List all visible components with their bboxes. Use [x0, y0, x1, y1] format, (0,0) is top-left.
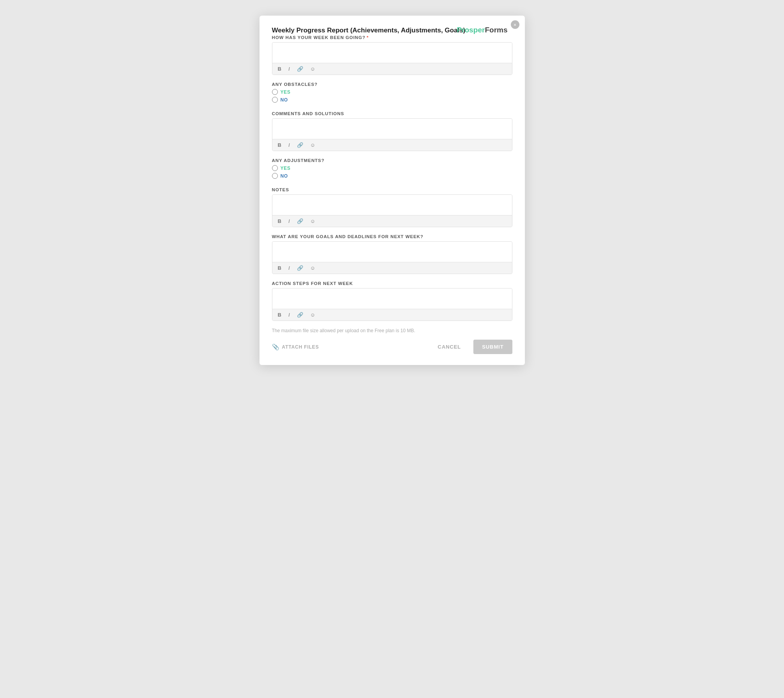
radio-input-obstacles-yes[interactable]: [272, 89, 278, 95]
textarea-comments[interactable]: [272, 119, 512, 139]
textarea-action-steps[interactable]: [272, 288, 512, 309]
radio-adjustments-no[interactable]: NO: [272, 173, 512, 179]
link-btn-2[interactable]: 🔗: [295, 142, 305, 148]
radio-label-adjustments-yes: YES: [281, 166, 291, 171]
submit-button[interactable]: SUBMIT: [473, 340, 512, 354]
brand-prosper: Prosper: [457, 26, 485, 34]
emoji-btn-4[interactable]: ☺: [309, 265, 317, 271]
section-label-any-adjustments: ANY ADJUSTMENTS?: [272, 158, 512, 163]
textarea-goals[interactable]: [272, 242, 512, 262]
italic-btn-3[interactable]: I: [287, 218, 292, 224]
section-any-obstacles: ANY OBSTACLES? YES NO: [272, 82, 512, 103]
radio-label-adjustments-no: NO: [281, 173, 288, 179]
radio-label-obstacles-yes: YES: [281, 89, 291, 95]
file-size-note: The maximum file size allowed per upload…: [272, 328, 512, 333]
bold-btn-4[interactable]: B: [276, 265, 283, 271]
brand-forms: Forms: [485, 26, 507, 34]
cancel-button[interactable]: CANCEL: [431, 340, 468, 354]
emoji-btn-2[interactable]: ☺: [309, 142, 317, 148]
section-action-steps: ACTION STEPS FOR NEXT WEEK B I 🔗 ☺: [272, 281, 512, 321]
toolbar-how-has-week: B I 🔗 ☺: [272, 63, 512, 75]
richtext-goals: B I 🔗 ☺: [272, 241, 512, 274]
link-btn-5[interactable]: 🔗: [295, 312, 305, 318]
section-label-any-obstacles: ANY OBSTACLES?: [272, 82, 512, 87]
radio-input-obstacles-no[interactable]: [272, 97, 278, 103]
section-label-goals: WHAT ARE YOUR GOALS AND DEADLINES FOR NE…: [272, 234, 512, 239]
emoji-btn-5[interactable]: ☺: [309, 312, 317, 318]
richtext-comments: B I 🔗 ☺: [272, 118, 512, 151]
emoji-btn-3[interactable]: ☺: [309, 218, 317, 224]
richtext-action-steps: B I 🔗 ☺: [272, 288, 512, 321]
radio-obstacles-no[interactable]: NO: [272, 97, 512, 103]
section-any-adjustments: ANY ADJUSTMENTS? YES NO: [272, 158, 512, 179]
link-btn-3[interactable]: 🔗: [295, 218, 305, 224]
section-label-comments: COMMENTS AND SOLUTIONS: [272, 111, 512, 116]
bold-btn-2[interactable]: B: [276, 142, 283, 148]
bold-btn-5[interactable]: B: [276, 312, 283, 318]
required-star: *: [366, 35, 368, 40]
close-button[interactable]: ×: [511, 20, 519, 29]
toolbar-notes: B I 🔗 ☺: [272, 215, 512, 227]
radio-label-obstacles-no: NO: [281, 97, 288, 103]
section-label-how-has-week: HOW HAS YOUR WEEK BEEN GOING?*: [272, 35, 512, 40]
richtext-how-has-week: B I 🔗 ☺: [272, 42, 512, 75]
textarea-how-has-week[interactable]: [272, 43, 512, 63]
textarea-notes[interactable]: [272, 195, 512, 215]
form-footer: 📎 ATTACH FILES CANCEL SUBMIT: [272, 340, 512, 354]
footer-actions: CANCEL SUBMIT: [431, 340, 512, 354]
section-how-has-week: HOW HAS YOUR WEEK BEEN GOING?* B I 🔗 ☺: [272, 35, 512, 75]
toolbar-goals: B I 🔗 ☺: [272, 262, 512, 274]
section-notes: NOTES B I 🔗 ☺: [272, 187, 512, 227]
section-label-notes: NOTES: [272, 187, 512, 192]
paperclip-icon: 📎: [272, 344, 280, 351]
link-btn-1[interactable]: 🔗: [295, 66, 305, 72]
radio-group-obstacles: YES NO: [272, 89, 512, 103]
attach-label: ATTACH FILES: [282, 344, 319, 350]
bold-btn-3[interactable]: B: [276, 218, 283, 224]
radio-group-adjustments: YES NO: [272, 165, 512, 179]
section-comments-solutions: COMMENTS AND SOLUTIONS B I 🔗 ☺: [272, 111, 512, 151]
modal-backdrop: × ProsperForms Weekly Progress Report (A…: [0, 0, 784, 698]
toolbar-comments: B I 🔗 ☺: [272, 139, 512, 151]
radio-adjustments-yes[interactable]: YES: [272, 165, 512, 171]
richtext-notes: B I 🔗 ☺: [272, 194, 512, 227]
radio-obstacles-yes[interactable]: YES: [272, 89, 512, 95]
link-btn-4[interactable]: 🔗: [295, 265, 305, 271]
bold-btn-1[interactable]: B: [276, 66, 283, 72]
toolbar-action-steps: B I 🔗 ☺: [272, 309, 512, 321]
section-label-action-steps: ACTION STEPS FOR NEXT WEEK: [272, 281, 512, 286]
brand-logo: ProsperForms: [457, 26, 508, 34]
attach-files-button[interactable]: 📎 ATTACH FILES: [272, 344, 319, 351]
modal: × ProsperForms Weekly Progress Report (A…: [260, 16, 525, 365]
emoji-btn-1[interactable]: ☺: [309, 66, 317, 72]
italic-btn-4[interactable]: I: [287, 265, 292, 271]
radio-input-adjustments-no[interactable]: [272, 173, 278, 179]
section-goals-deadlines: WHAT ARE YOUR GOALS AND DEADLINES FOR NE…: [272, 234, 512, 274]
italic-btn-1[interactable]: I: [287, 66, 292, 72]
radio-input-adjustments-yes[interactable]: [272, 165, 278, 171]
italic-btn-5[interactable]: I: [287, 312, 292, 318]
italic-btn-2[interactable]: I: [287, 142, 292, 148]
